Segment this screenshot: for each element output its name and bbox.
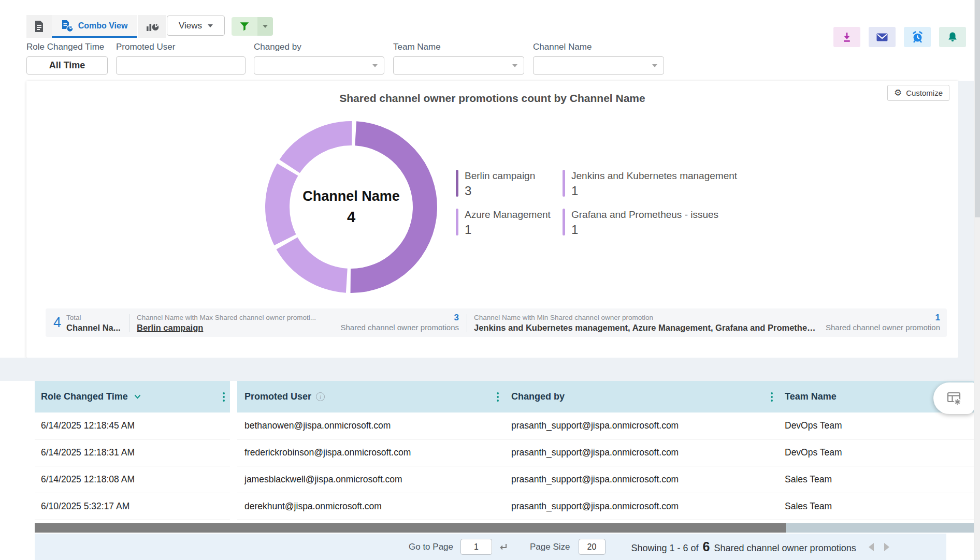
chevron-down-icon xyxy=(263,25,268,28)
summary-max: Channel Name with Max Shared channel own… xyxy=(129,313,467,333)
column-header-promoted-user[interactable]: Promoted User xyxy=(237,381,504,412)
filter-label: Team Name xyxy=(393,42,524,52)
donut-chart[interactable]: Channel Name 4 xyxy=(264,120,438,294)
filter-team-name: Team Name xyxy=(393,42,524,75)
action-icons xyxy=(833,27,966,47)
cell-changed-by: prasanth_support@jispa.onmicrosoft.com xyxy=(504,466,778,493)
legend-item: Azure Management 1 xyxy=(456,209,563,237)
column-header-changed-by[interactable]: Changed by xyxy=(504,381,778,412)
legend-label: Berlin campaign xyxy=(465,170,535,182)
combo-view-icon xyxy=(61,20,74,32)
team-name-select[interactable] xyxy=(393,56,524,75)
horizontal-scrollbar-thumb[interactable] xyxy=(35,523,786,533)
cell-changed-by: prasanth_support@jispa.onmicrosoft.com xyxy=(504,439,778,466)
filter-label: Channel Name xyxy=(533,42,664,52)
tab-combo-view[interactable]: Combo View xyxy=(52,15,137,38)
notifications-button[interactable] xyxy=(939,27,966,47)
cell-team-name: DevOps Team xyxy=(778,412,974,439)
summary-max-value: 3 xyxy=(341,313,459,322)
column-label: Promoted User xyxy=(244,391,311,402)
horizontal-scrollbar[interactable] xyxy=(35,523,974,533)
customize-button[interactable]: ⚙ Customize xyxy=(887,85,949,101)
sort-desc-icon[interactable] xyxy=(134,394,141,399)
column-header-role-changed-time[interactable]: Role Changed Time xyxy=(35,381,230,412)
mail-icon xyxy=(875,31,889,43)
filter-label: Promoted User xyxy=(116,42,246,52)
legend-color-bar xyxy=(456,170,458,197)
schedule-button[interactable] xyxy=(904,27,931,47)
vertical-scrollbar[interactable] xyxy=(974,0,980,560)
next-page-button[interactable] xyxy=(884,543,889,551)
summary-max-channel-link[interactable]: Berlin campaign xyxy=(137,322,316,333)
filter-button[interactable] xyxy=(232,17,257,36)
column-label: Changed by xyxy=(511,391,565,402)
download-button[interactable] xyxy=(833,27,860,47)
legend-label: Azure Management xyxy=(465,209,551,221)
filter-role-changed-time: Role Changed Time xyxy=(26,42,108,75)
changed-by-select[interactable] xyxy=(254,56,384,75)
showing-total: 6 xyxy=(703,539,710,554)
tab-chart-view[interactable] xyxy=(137,15,166,38)
column-settings-button[interactable] xyxy=(933,382,974,414)
page-size-input[interactable] xyxy=(579,539,606,555)
table-row: 6/14/2025 12:18:45 AM bethanowen@jispa.o… xyxy=(35,412,974,439)
showing-status: Showing 1 - 6 of 6 Shared channel owner … xyxy=(631,539,856,554)
legend-value: 1 xyxy=(571,223,718,237)
channel-name-select[interactable] xyxy=(533,56,664,75)
vertical-scrollbar-thumb[interactable] xyxy=(975,0,980,217)
summary-total-label: Channel Na... xyxy=(66,322,121,333)
cell-role-changed-time: 6/10/2025 5:32:17 AM xyxy=(35,493,230,520)
summary-total: 4 Total Channel Na... xyxy=(46,313,129,333)
view-tabs: Combo View xyxy=(26,15,166,38)
chart-card: Shared channel owner promotions count by… xyxy=(26,81,958,358)
tab-list-view[interactable] xyxy=(26,15,52,38)
tab-combo-view-label: Combo View xyxy=(78,21,128,31)
enter-arrow-icon[interactable] xyxy=(498,543,508,551)
filter-label: Role Changed Time xyxy=(26,42,108,52)
chevron-down-icon xyxy=(208,24,213,27)
chevron-down-icon xyxy=(652,64,657,67)
email-button[interactable] xyxy=(869,27,896,47)
previous-page-button[interactable] xyxy=(869,543,874,551)
filter-promoted-user: Promoted User xyxy=(116,42,246,75)
summary-min-channels: Jenkins and Kubernetes management, Azure… xyxy=(474,322,816,333)
legend-item: Jenkins and Kubernetes management 1 xyxy=(563,170,737,198)
cell-promoted-user: jamesblackwell@jispa.onmicrosoft.com xyxy=(237,466,504,493)
legend-color-bar xyxy=(563,209,565,235)
summary-max-value-caption: Shared channel owner promotions xyxy=(341,322,459,333)
showing-suffix: Shared channel owner promotions xyxy=(714,543,856,554)
cell-changed-by: prasanth_support@jispa.onmicrosoft.com xyxy=(504,493,778,520)
dashboard-screen: Combo View Views xyxy=(0,0,980,560)
column-menu-icon[interactable] xyxy=(771,392,773,402)
promoted-user-input[interactable] xyxy=(116,56,246,75)
download-icon xyxy=(841,31,853,43)
filter-channel-name: Channel Name xyxy=(533,42,664,75)
cell-role-changed-time: 6/14/2025 12:18:08 AM xyxy=(35,466,230,493)
legend-value: 3 xyxy=(465,184,535,198)
right-margin-band xyxy=(958,81,974,358)
gear-icon: ⚙ xyxy=(894,89,902,97)
alarm-clock-icon xyxy=(911,31,924,43)
legend-label: Jenkins and Kubernetes management xyxy=(571,170,737,182)
table-row: 6/14/2025 12:18:31 AM frederickrobinson@… xyxy=(35,439,974,466)
filter-dropdown-toggle[interactable] xyxy=(257,17,273,36)
views-dropdown-button[interactable]: Views xyxy=(167,16,225,36)
frozen-column-gap xyxy=(230,381,237,412)
cell-promoted-user: derekhunt@jispa.onmicrosoft.com xyxy=(237,493,504,520)
legend-color-bar xyxy=(456,209,458,235)
legend-value: 1 xyxy=(571,184,737,198)
table-header-row: Role Changed Time Promoted User Changed … xyxy=(35,381,974,412)
role-changed-time-input[interactable] xyxy=(26,56,108,75)
page-arrows xyxy=(869,543,889,551)
chevron-down-icon xyxy=(512,64,517,67)
summary-total-value: 4 xyxy=(53,316,61,330)
cell-promoted-user: frederickrobinson@jispa.onmicrosoft.com xyxy=(237,439,504,466)
views-label: Views xyxy=(179,21,202,31)
column-menu-icon[interactable] xyxy=(223,392,225,402)
column-menu-icon[interactable] xyxy=(497,392,499,402)
cell-changed-by: prasanth_support@jispa.onmicrosoft.com xyxy=(504,412,778,439)
info-icon[interactable] xyxy=(316,392,325,401)
bar-pie-chart-icon xyxy=(146,20,159,33)
filter-funnel-icon xyxy=(239,21,250,32)
go-to-page-input[interactable] xyxy=(460,539,492,555)
